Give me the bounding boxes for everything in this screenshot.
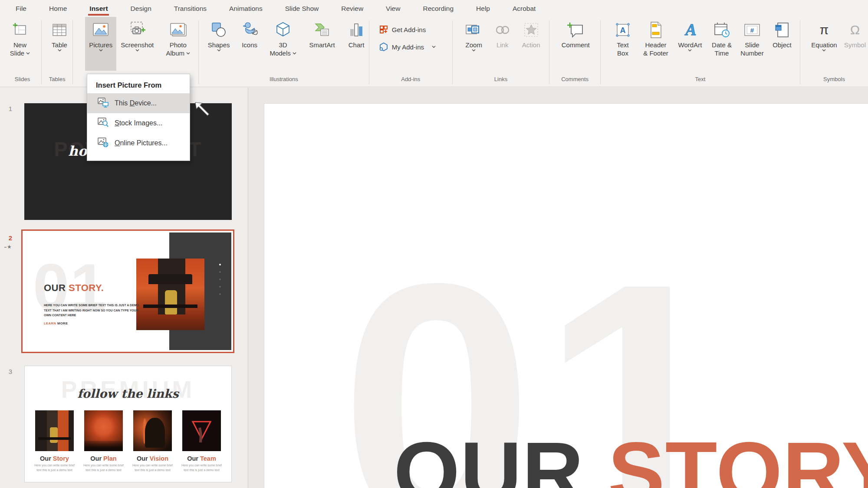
group-label-links: Links bbox=[453, 74, 549, 87]
tab-review[interactable]: Review bbox=[330, 0, 375, 17]
header-footer-button[interactable]: Header & Footer bbox=[640, 17, 672, 71]
group-label-text: Text bbox=[601, 74, 800, 87]
button-label: Slide bbox=[10, 49, 24, 57]
button-label: Slide bbox=[745, 41, 759, 49]
get-addins-button[interactable]: Get Add-ins bbox=[379, 24, 436, 35]
slide-3-thumbnail[interactable]: PREMIUM follow the links Our Story Here … bbox=[24, 366, 232, 482]
button-label: WordArt bbox=[678, 41, 702, 49]
group-addins: Get Add-ins My Add-ins Add-ins bbox=[369, 17, 452, 87]
animation-star-icon: ★ bbox=[4, 244, 12, 250]
shapes-icon bbox=[210, 19, 227, 41]
card-image-neon-triangle bbox=[182, 410, 221, 451]
slide-3-card: Our Story Here you can write some brief … bbox=[35, 410, 74, 473]
chevron-down-icon bbox=[135, 49, 139, 52]
chevron-down-icon bbox=[432, 46, 436, 48]
tab-help[interactable]: Help bbox=[465, 0, 501, 17]
zoom-button[interactable]: Zoom bbox=[461, 17, 487, 71]
menu-item-label: Online Pictures... bbox=[115, 139, 168, 147]
screenshot-button[interactable]: Screenshot bbox=[119, 17, 155, 71]
slide-editor-canvas[interactable]: 01 OUR STORY. bbox=[248, 88, 868, 488]
text-box-button[interactable]: A Text Box bbox=[609, 17, 636, 71]
slide-number-icon: # bbox=[743, 19, 761, 41]
new-slide-button[interactable]: New Slide bbox=[4, 17, 36, 71]
3d-models-button[interactable]: 3D Models bbox=[266, 17, 299, 71]
card-image-hooded-figure bbox=[133, 410, 172, 451]
action-button: Action bbox=[519, 17, 544, 71]
button-label: Date & bbox=[712, 41, 732, 49]
button-label: 3D bbox=[279, 41, 287, 49]
slide-2-thumbnail-selected[interactable]: 01 OUR STORY. Here you can write some br… bbox=[21, 229, 234, 353]
button-label: Zoom bbox=[466, 41, 482, 49]
mouse-cursor-arrow-icon bbox=[194, 101, 212, 123]
button-label: Shapes bbox=[208, 41, 230, 49]
tab-transitions[interactable]: Transitions bbox=[163, 0, 218, 17]
tab-view[interactable]: View bbox=[375, 0, 411, 17]
comment-button[interactable]: Comment bbox=[560, 17, 591, 71]
menu-item-online-pictures[interactable]: Online Pictures... bbox=[87, 133, 190, 153]
group-tables: Table Tables bbox=[42, 17, 72, 87]
chevron-down-icon bbox=[217, 49, 221, 52]
menu-item-stock-images[interactable]: Stock Images... bbox=[87, 113, 190, 133]
tab-recording[interactable]: Recording bbox=[411, 0, 465, 17]
calendar-clock-icon bbox=[713, 19, 731, 41]
header-footer-icon bbox=[648, 19, 664, 41]
photo-album-button[interactable]: Photo Album bbox=[158, 17, 198, 71]
table-button[interactable]: Table bbox=[47, 17, 72, 71]
svg-text:A: A bbox=[620, 26, 625, 35]
smartart-button[interactable]: SmartArt bbox=[305, 17, 339, 71]
omega-symbol-icon: Ω bbox=[850, 23, 860, 36]
button-label: Photo bbox=[170, 41, 187, 49]
table-icon bbox=[51, 19, 68, 41]
button-label: Header bbox=[645, 41, 666, 49]
tab-design[interactable]: Design bbox=[119, 0, 163, 17]
link-icon bbox=[494, 19, 511, 41]
tab-file[interactable]: File bbox=[4, 0, 38, 17]
chart-icon bbox=[348, 19, 365, 41]
object-icon bbox=[773, 19, 791, 41]
powerpoint-window: File Home Insert Design Transitions Anim… bbox=[0, 0, 868, 488]
group-illustrations: Shapes Icons 3D Models bbox=[199, 17, 369, 87]
text-box-icon: A bbox=[614, 19, 631, 41]
tab-animations[interactable]: Animations bbox=[218, 0, 274, 17]
my-addins-icon bbox=[379, 42, 388, 52]
button-label: Album bbox=[166, 49, 184, 57]
dropdown-title: Insert Picture From bbox=[87, 74, 190, 89]
tab-insert[interactable]: Insert bbox=[78, 0, 119, 17]
card-subtext: Here you can write some brief text this … bbox=[130, 463, 175, 473]
tab-acrobat[interactable]: Acrobat bbox=[501, 0, 547, 17]
group-label-symbols: Symbols bbox=[800, 74, 868, 87]
wordart-button[interactable]: A WordArt bbox=[675, 17, 705, 71]
new-slide-icon bbox=[11, 19, 29, 41]
pictures-button[interactable]: Pictures bbox=[85, 17, 116, 71]
chart-button[interactable]: Chart bbox=[345, 17, 368, 71]
slide-2-nav-dots bbox=[219, 264, 221, 295]
card-subtext: Here you can write some brief text this … bbox=[179, 463, 224, 473]
stock-images-icon bbox=[98, 117, 109, 130]
chevron-down-icon bbox=[822, 49, 826, 52]
slide-3-card: Our Vision Here you can write some brief… bbox=[133, 410, 172, 473]
menu-item-this-device[interactable]: This Device... bbox=[87, 93, 190, 113]
icons-button[interactable]: Icons bbox=[238, 17, 261, 71]
get-addins-icon bbox=[379, 25, 388, 34]
object-button[interactable]: Object bbox=[769, 17, 795, 71]
chevron-down-icon bbox=[99, 49, 103, 52]
group-symbols: π Equation Ω Symbol Symbols bbox=[800, 17, 868, 87]
button-label: Symbol bbox=[844, 41, 866, 49]
current-slide[interactable]: 01 OUR STORY. bbox=[264, 103, 868, 488]
button-label: Models bbox=[270, 49, 290, 57]
symbol-button[interactable]: Ω Symbol bbox=[842, 17, 868, 71]
date-time-button[interactable]: Date & Time bbox=[708, 17, 735, 71]
tab-slide-show[interactable]: Slide Show bbox=[274, 0, 330, 17]
menu-item-label: This Device... bbox=[115, 99, 157, 107]
my-addins-button[interactable]: My Add-ins bbox=[379, 41, 436, 52]
button-label: Action bbox=[522, 41, 540, 49]
button-label: Text bbox=[617, 41, 629, 49]
shapes-button[interactable]: Shapes bbox=[205, 17, 233, 71]
button-label: Time bbox=[715, 49, 729, 57]
slide-number-button[interactable]: # Slide Number bbox=[739, 17, 766, 71]
group-links: Zoom Link Action Li bbox=[453, 17, 549, 87]
tab-home[interactable]: Home bbox=[38, 0, 78, 17]
button-label: Object bbox=[773, 41, 791, 49]
equation-button[interactable]: π Equation bbox=[810, 17, 838, 71]
button-label: Pictures bbox=[89, 41, 112, 49]
